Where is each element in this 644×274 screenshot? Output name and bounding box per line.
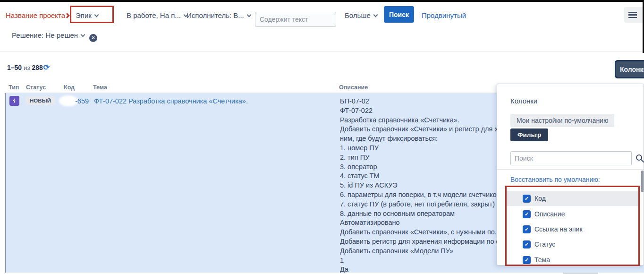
column-header-description[interactable]: Описание [339, 84, 368, 91]
assignee-filter-dropdown[interactable]: Исполнитель: В... [186, 11, 251, 19]
column-option-label: Ссылка на эпик [534, 225, 583, 233]
column-header-type[interactable]: Тип [8, 84, 19, 91]
filter-tab-button[interactable]: Фильтр [510, 128, 548, 141]
issue-description: БП-07-02 ФТ-07-022 Разработка справочник… [340, 97, 499, 274]
more-filters-dropdown[interactable]: Больше [345, 11, 377, 19]
description-line: 7. статус ПУ (в работе, нет потребителя,… [340, 200, 499, 209]
checkbox-checked-icon[interactable] [523, 210, 531, 218]
search-button[interactable]: Поиск [384, 6, 414, 23]
chevron-down-icon [373, 13, 378, 17]
results-of: из [24, 64, 30, 71]
checkbox-checked-icon[interactable] [523, 195, 531, 203]
description-line: Разработка справочника «Счетчика». [340, 116, 499, 125]
panel-scrollbar[interactable] [641, 171, 644, 192]
results-count: 1–50 из 288 [7, 63, 50, 72]
screen-edge-top [0, 0, 644, 2]
resolution-filter-label: Решение: Не решен [12, 31, 78, 39]
description-line: 8. данные по основным операторам [340, 209, 499, 219]
column-option-ssylka-na-epik[interactable]: Ссылка на эпик [507, 222, 638, 237]
column-option-tema[interactable]: Тема [507, 252, 638, 267]
status-filter-label: В работе, На п... [127, 11, 181, 19]
description-line: Добавить регистр для хранения информации… [340, 237, 499, 247]
description-line: ним, где будут фиксироваться: [340, 134, 499, 144]
description-line: Добавить справочник «Счетчики» и регистр… [340, 125, 499, 134]
description-line: Добавить справочник «Модели ПУ» [340, 247, 499, 256]
annotation-box-epic [70, 6, 114, 23]
column-option-label: Тема [534, 256, 550, 264]
chevron-down-icon [246, 13, 251, 17]
assignee-filter-label: Исполнитель: В... [186, 11, 244, 19]
checkbox-checked-icon[interactable] [523, 240, 531, 248]
refresh-icon[interactable] [43, 63, 50, 71]
column-header-summary[interactable]: Тема [93, 84, 107, 91]
more-filters-label: Больше [345, 11, 371, 19]
description-line: 5. id ПУ из АСКУЭ [340, 181, 499, 190]
search-icon[interactable] [635, 154, 644, 163]
my-defaults-button[interactable]: Мои настройки по-умолчанию [510, 114, 614, 127]
column-option-kod[interactable]: Код [507, 191, 638, 206]
description-line: 3. оператор [340, 163, 499, 172]
resolution-filter-chip[interactable]: Решение: Не решен [12, 31, 97, 42]
columns-panel: Колонки Мои настройки по-умолчанию Фильт… [497, 84, 644, 265]
column-option-status[interactable]: Статус [507, 237, 638, 252]
columns-search-input[interactable] [510, 151, 632, 165]
description-line: 6. параметры для поверки, в т.ч модели с… [340, 190, 499, 200]
issue-summary-link[interactable]: ФТ-07-022 Разработка справочника «Счетчи… [94, 97, 248, 105]
panel-divider [497, 169, 644, 170]
toolbar-divider [0, 51, 644, 51]
results-range: 1–50 [7, 64, 22, 71]
contains-text-input[interactable] [255, 12, 336, 27]
column-header-code[interactable]: Код [64, 84, 75, 91]
columns-panel-title: Колонки [510, 97, 537, 105]
status-badge: НОВЫЙ [25, 96, 55, 105]
description-line: 2. тип ПУ [340, 153, 499, 163]
column-option-label: Код [534, 195, 546, 202]
chevron-down-icon [81, 33, 85, 37]
column-option-label: Статус [534, 240, 555, 248]
description-line: ФТ-07-022 [340, 106, 499, 116]
description-line: 1 [340, 256, 499, 265]
advanced-search-link[interactable]: Продвинутый [422, 11, 466, 19]
tools-menu-button[interactable] [624, 7, 644, 23]
hamburger-icon [628, 12, 637, 13]
issue-code-link[interactable]: -659 [75, 97, 89, 105]
remove-filter-icon[interactable] [89, 34, 97, 42]
column-option-opisanie[interactable]: Описание [507, 206, 638, 222]
description-line: БП-07-02 [340, 97, 499, 106]
checkbox-checked-icon[interactable] [523, 256, 531, 264]
epic-type-icon [9, 96, 19, 106]
columns-button[interactable]: Колонки [615, 60, 644, 78]
results-total: 288 [32, 64, 42, 71]
column-option-label: Описание [534, 210, 565, 218]
description-line: Автоматизировано [340, 218, 499, 228]
description-line: Добавить справочник «Счетчики», с нужным… [340, 228, 499, 237]
column-header-status[interactable]: Статус [26, 84, 46, 91]
description-line: 1. номер ПУ [340, 144, 499, 153]
project-name-filter[interactable]: Название проекта [6, 11, 65, 19]
restore-defaults-link[interactable]: Восстановить по умолчанию: [510, 176, 600, 183]
checkbox-checked-icon[interactable] [523, 225, 531, 233]
issue-navigator-screen: Название проекта Эпик В работе, На п... … [0, 0, 644, 274]
description-line: Да [340, 265, 499, 274]
status-filter-dropdown[interactable]: В работе, На п... [127, 11, 187, 19]
description-line: 4. статус ТМ [340, 171, 499, 181]
